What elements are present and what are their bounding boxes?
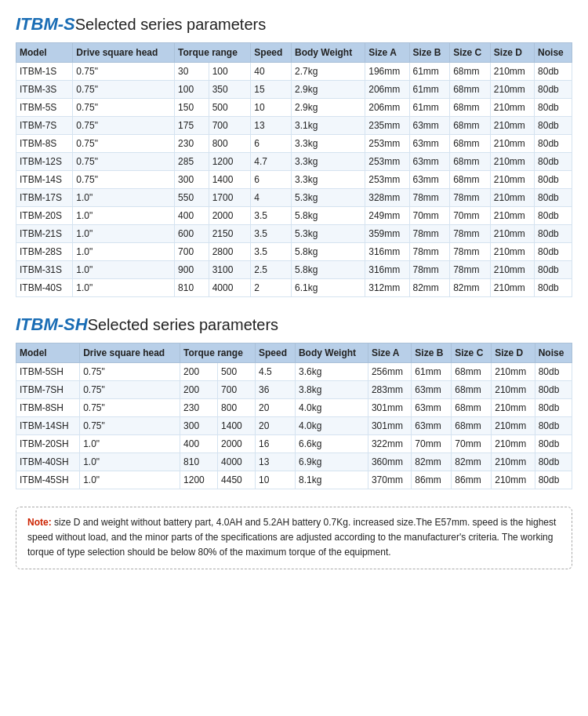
table-cell: 1.0" [80, 471, 180, 489]
table-cell: 5.3kg [292, 189, 365, 207]
table-cell: 6 [251, 135, 292, 153]
note-box: Note: size D and weight without battery … [16, 507, 572, 569]
col2-sizeB: Size B [412, 343, 452, 363]
table-cell: 5.8kg [292, 207, 365, 225]
table-cell: ITBM-5S [16, 99, 73, 117]
table-cell: 63mm [412, 399, 452, 417]
table-cell: 6.1kg [292, 279, 365, 297]
table-cell: 3.5 [251, 207, 292, 225]
table-cell: 68mm [450, 63, 491, 81]
table-cell: 86mm [452, 471, 492, 489]
table-cell: 78mm [409, 243, 450, 261]
table-cell: 1700 [209, 189, 251, 207]
table-cell: 0.75" [73, 135, 175, 153]
table-cell: 370mm [368, 471, 411, 489]
table-cell: 500 [218, 363, 256, 381]
table-cell: 68mm [450, 99, 491, 117]
table-cell: 285 [175, 153, 209, 171]
table-cell: 210mm [490, 99, 534, 117]
table-cell: ITBM-31S [16, 261, 73, 279]
table-cell: 810 [180, 453, 218, 471]
table-cell: 80db [535, 63, 572, 81]
table-cell: 61mm [409, 99, 450, 117]
table-cell: 2000 [209, 207, 251, 225]
table2-header-row: Model Drive square head Torque range Spe… [16, 343, 572, 363]
table-cell: 253mm [365, 153, 409, 171]
table-row: ITBM-8S0.75"23080063.3kg253mm63mm68mm210… [16, 135, 572, 153]
table-cell: 68mm [452, 417, 492, 435]
table-cell: 0.75" [73, 81, 175, 99]
col2-weight: Body Weight [295, 343, 368, 363]
table-cell: 210mm [492, 435, 535, 453]
table-cell: 210mm [490, 207, 534, 225]
col2-noise: Noise [535, 343, 572, 363]
table-cell: 36 [256, 381, 296, 399]
section2-brand: ITBM-SH [16, 314, 88, 334]
table-cell: 70mm [412, 435, 452, 453]
section1-subtitle: Selected series parameters [75, 16, 266, 33]
table-cell: 210mm [492, 381, 535, 399]
table-row: ITBM-14S0.75"300140063.3kg253mm63mm68mm2… [16, 171, 572, 189]
table-cell: 210mm [490, 279, 534, 297]
table-cell: 8.1kg [295, 471, 368, 489]
table-cell: 1.0" [80, 453, 180, 471]
table-row: ITBM-21S1.0"60021503.55.3kg359mm78mm78mm… [16, 225, 572, 243]
table-cell: 301mm [368, 417, 411, 435]
table-cell: 350 [209, 81, 251, 99]
table-row: ITBM-31S1.0"90031002.55.8kg316mm78mm78mm… [16, 261, 572, 279]
table-cell: 82mm [412, 453, 452, 471]
table-cell: 3.3kg [292, 135, 365, 153]
col-sizeC: Size C [450, 43, 491, 63]
table-cell: 550 [175, 189, 209, 207]
col2-speed: Speed [256, 343, 296, 363]
table-cell: 63mm [409, 171, 450, 189]
table-cell: 4450 [218, 471, 256, 489]
table-cell: 80db [535, 135, 572, 153]
table-cell: 600 [175, 225, 209, 243]
table-cell: 4000 [209, 279, 251, 297]
table-cell: 0.75" [73, 117, 175, 135]
col-sizeD: Size D [490, 43, 534, 63]
table-cell: 700 [218, 381, 256, 399]
table-cell: 1.0" [73, 261, 175, 279]
table-cell: 4.5 [256, 363, 296, 381]
table-cell: 4.7 [251, 153, 292, 171]
table-cell: 80db [535, 381, 572, 399]
table-cell: 78mm [450, 243, 491, 261]
table-cell: 800 [218, 399, 256, 417]
table-cell: 700 [209, 117, 251, 135]
table-row: ITBM-7SH0.75"200700363.8kg283mm63mm68mm2… [16, 381, 572, 399]
table-cell: 0.75" [80, 417, 180, 435]
table-cell: 80db [535, 435, 572, 453]
table-row: ITBM-5S0.75"150500102.9kg206mm61mm68mm21… [16, 99, 572, 117]
table-row: ITBM-12S0.75"28512004.73.3kg253mm63mm68m… [16, 153, 572, 171]
table-cell: 253mm [365, 171, 409, 189]
table-cell: 80db [535, 417, 572, 435]
table-cell: 2.5 [251, 261, 292, 279]
table-cell: ITBM-28S [16, 243, 73, 261]
table-cell: 63mm [409, 153, 450, 171]
table-cell: 210mm [490, 117, 534, 135]
table-cell: ITBM-40S [16, 279, 73, 297]
col-torque: Torque range [175, 43, 251, 63]
table-cell: 301mm [368, 399, 411, 417]
table-cell: 78mm [450, 261, 491, 279]
table-cell: 210mm [490, 171, 534, 189]
table-cell: ITBM-5SH [16, 363, 80, 381]
table-cell: 900 [175, 261, 209, 279]
table-cell: 61mm [412, 363, 452, 381]
table-cell: 61mm [409, 81, 450, 99]
table-cell: 80db [535, 279, 572, 297]
table-cell: 80db [535, 99, 572, 117]
table-cell: 10 [256, 471, 296, 489]
col-model: Model [16, 43, 73, 63]
table-cell: ITBM-7S [16, 117, 73, 135]
col2-torque: Torque range [180, 343, 256, 363]
table-row: ITBM-20S1.0"40020003.55.8kg249mm70mm70mm… [16, 207, 572, 225]
table-cell: ITBM-1S [16, 63, 73, 81]
table-cell: 210mm [492, 453, 535, 471]
table-cell: 80db [535, 225, 572, 243]
table-cell: 78mm [409, 225, 450, 243]
table-cell: ITBM-45SH [16, 471, 80, 489]
table-cell: 82mm [409, 279, 450, 297]
